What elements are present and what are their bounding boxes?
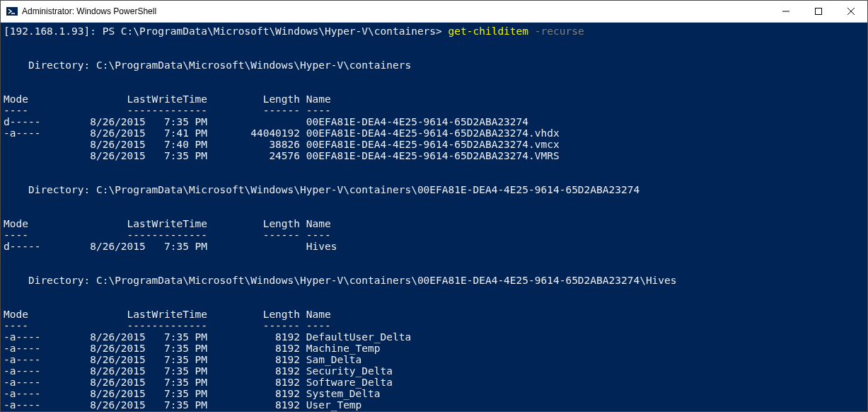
table-row: 8/26/2015 7:35 PM 24576 00EFA81E-DEA4-4E… bbox=[4, 150, 560, 161]
minimize-button[interactable] bbox=[770, 1, 802, 22]
table-row: 8/26/2015 7:40 PM 38826 00EFA81E-DEA4-4E… bbox=[4, 139, 560, 150]
table-header: Mode LastWriteTime Length Name bbox=[4, 218, 331, 229]
table-row: -a---- 8/26/2015 7:35 PM 8192 Machine_Te… bbox=[4, 343, 381, 354]
table-row: -a---- 8/26/2015 7:41 PM 44040192 00EFA8… bbox=[4, 127, 560, 139]
directory-header: Directory: C:\ProgramData\Microsoft\Wind… bbox=[4, 275, 677, 286]
maximize-button[interactable] bbox=[802, 1, 835, 22]
prompt-line: [192.168.1.93]: PS C:\ProgramData\Micros… bbox=[4, 25, 449, 37]
table-row: -a---- 8/26/2015 7:35 PM 8192 DefaultUse… bbox=[4, 331, 411, 343]
table-header: Mode LastWriteTime Length Name bbox=[4, 93, 331, 105]
table-row: -a---- 8/26/2015 7:35 PM 8192 System_Del… bbox=[4, 388, 381, 399]
svg-rect-3 bbox=[816, 8, 822, 15]
directory-header: Directory: C:\ProgramData\Microsoft\Wind… bbox=[4, 59, 411, 71]
table-row: -a---- 8/26/2015 7:35 PM 8192 User_Temp bbox=[4, 399, 361, 411]
close-button[interactable] bbox=[835, 1, 867, 22]
table-header: Mode LastWriteTime Length Name bbox=[4, 309, 331, 320]
table-divider: ---- ------------- ------ ---- bbox=[4, 229, 331, 241]
command: get-childitem bbox=[449, 25, 529, 37]
table-row: -a---- 8/26/2015 7:35 PM 8192 Security_D… bbox=[4, 365, 393, 377]
directory-header: Directory: C:\ProgramData\Microsoft\Wind… bbox=[4, 184, 640, 195]
window-title: Administrator: Windows PowerShell bbox=[22, 6, 156, 16]
command-arg: -recurse bbox=[528, 25, 584, 37]
console-area[interactable]: [192.168.1.93]: PS C:\ProgramData\Micros… bbox=[1, 23, 867, 411]
powershell-icon bbox=[6, 6, 18, 17]
table-row: d----- 8/26/2015 7:35 PM 00EFA81E-DEA4-4… bbox=[4, 116, 528, 127]
table-row: -a---- 8/26/2015 7:35 PM 8192 Software_D… bbox=[4, 377, 393, 388]
table-divider: ---- ------------- ------ ---- bbox=[4, 105, 331, 116]
table-row: d----- 8/26/2015 7:35 PM Hives bbox=[4, 241, 337, 252]
window-controls bbox=[770, 1, 867, 22]
titlebar[interactable]: Administrator: Windows PowerShell bbox=[1, 1, 867, 23]
table-row: -a---- 8/26/2015 7:35 PM 8192 Sam_Delta bbox=[4, 354, 361, 365]
table-divider: ---- ------------- ------ ---- bbox=[4, 320, 331, 331]
powershell-window: Administrator: Windows PowerShell [192.1… bbox=[0, 0, 868, 412]
